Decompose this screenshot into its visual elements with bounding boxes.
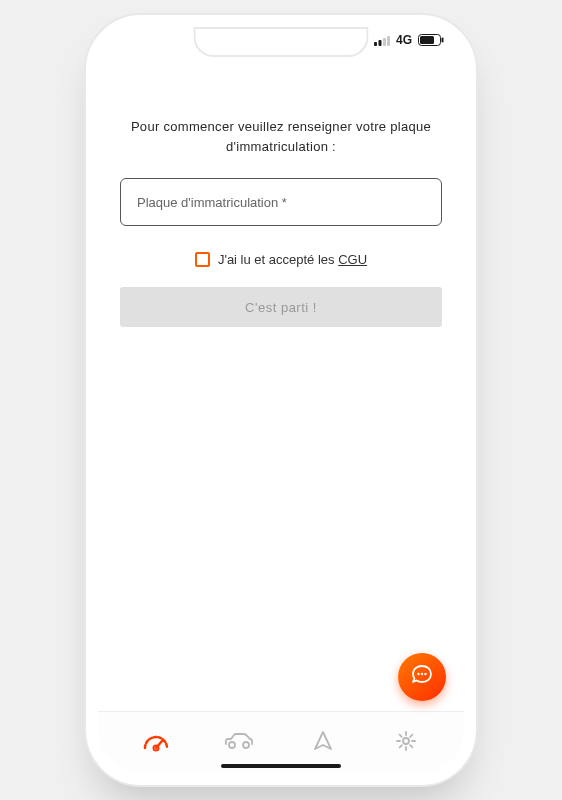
svg-rect-6 — [442, 38, 444, 43]
cgu-link[interactable]: CGU — [338, 252, 367, 267]
svg-rect-2 — [383, 38, 386, 46]
nav-dashboard[interactable] — [138, 725, 174, 761]
nav-settings[interactable] — [388, 725, 424, 761]
gear-icon — [395, 730, 417, 756]
status-bar: 4G — [374, 33, 444, 47]
phone-frame: 4G Pour commencer veuillez renseigner vo… — [86, 15, 476, 785]
svg-point-8 — [421, 673, 423, 675]
gauge-icon — [142, 730, 170, 756]
notch — [194, 27, 369, 57]
cgu-row: J'ai lu et accepté les CGU — [195, 252, 367, 267]
svg-rect-3 — [387, 36, 390, 46]
content-area: Pour commencer veuillez renseigner votre… — [98, 77, 464, 711]
cgu-prefix: J'ai lu et accepté les — [218, 252, 338, 267]
car-icon — [224, 732, 254, 754]
svg-point-14 — [403, 738, 409, 744]
screen: Pour commencer veuillez renseigner votre… — [98, 27, 464, 773]
svg-point-13 — [243, 742, 249, 748]
plate-input[interactable] — [120, 178, 442, 226]
svg-rect-1 — [378, 40, 381, 46]
svg-rect-5 — [420, 36, 434, 44]
nav-vehicle[interactable] — [221, 725, 257, 761]
signal-icon — [374, 35, 390, 46]
chat-fab[interactable] — [398, 653, 446, 701]
battery-icon — [418, 34, 444, 46]
svg-point-7 — [417, 673, 419, 675]
chat-icon — [409, 662, 435, 692]
network-label: 4G — [396, 33, 412, 47]
instruction-text: Pour commencer veuillez renseigner votre… — [121, 117, 441, 156]
navigate-icon — [312, 730, 334, 756]
svg-point-9 — [424, 673, 426, 675]
nav-navigate[interactable] — [305, 725, 341, 761]
cgu-checkbox[interactable] — [195, 252, 210, 267]
svg-rect-0 — [374, 42, 377, 46]
svg-point-12 — [229, 742, 235, 748]
submit-button[interactable]: C'est parti ! — [120, 287, 442, 327]
cgu-text: J'ai lu et accepté les CGU — [218, 252, 367, 267]
home-indicator[interactable] — [221, 764, 341, 768]
